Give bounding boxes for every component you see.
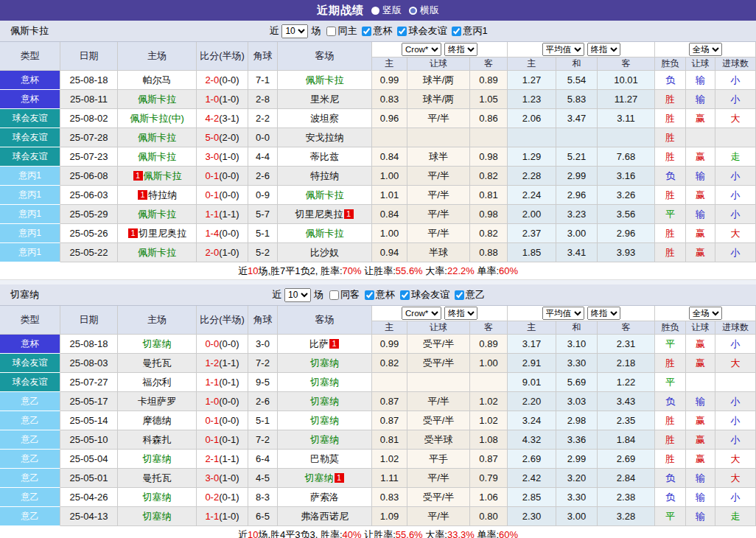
odds-stage-select[interactable]: 终指 <box>444 307 477 320</box>
odds-source-select[interactable]: Crow* <box>402 307 441 320</box>
away-team: 蒂比兹 <box>278 147 372 167</box>
league-filter-1-checkbox[interactable] <box>397 27 407 36</box>
avg-away-odds: 2.84 <box>598 469 655 488</box>
league-filter-0[interactable]: 意杯 <box>359 24 392 38</box>
fulltime-score: 3-0 <box>205 472 219 483</box>
venue-filter-checkbox[interactable] <box>326 27 336 36</box>
summary-segment: 10 <box>248 265 258 276</box>
away-team: 切塞纳 <box>278 411 372 430</box>
handicap-away-odds: 1.06 <box>470 488 508 507</box>
result-outcome: 胜 <box>655 147 686 167</box>
corner-score: 5-7 <box>248 205 278 224</box>
avg-stage-select[interactable]: 终指 <box>587 43 620 56</box>
avg-draw-odds: 3.00 <box>556 224 598 243</box>
venue-filter[interactable]: 同客 <box>326 288 360 301</box>
team-label: 佩斯卡拉 <box>138 151 176 162</box>
team-label: 巴勒莫 <box>310 453 339 464</box>
handicap-line: 球半/两 <box>407 71 470 90</box>
avg-away-odds: 3.93 <box>598 243 655 262</box>
league-filter-2[interactable]: 意乙 <box>452 288 485 301</box>
odds-stage-select[interactable]: 终指 <box>444 43 477 56</box>
result-goals: 大 <box>715 354 756 373</box>
team-label: 切塞纳 <box>143 492 172 503</box>
recent-count-select[interactable]: 10 <box>281 24 308 38</box>
team-label: 佩斯卡拉 <box>306 228 344 239</box>
match-date: 25-08-18 <box>60 335 118 354</box>
corner-score: 6-4 <box>248 450 278 469</box>
result-handicap: 赢 <box>686 354 715 373</box>
result-handicap: 赢 <box>686 335 715 354</box>
venue-filter[interactable]: 同主 <box>323 24 357 38</box>
layout-option-vertical[interactable]: 竖版 <box>371 4 402 17</box>
sub-column-header: 主 <box>372 57 407 71</box>
recent-count-select[interactable]: 10 <box>284 288 311 302</box>
score: 1-4(0-0) <box>197 224 248 243</box>
avg-stage-select[interactable]: 终指 <box>587 307 620 320</box>
result-goals: 走 <box>715 507 756 526</box>
avg-home-odds: 2.30 <box>508 507 556 526</box>
halftime-score: (1-1) <box>219 357 239 368</box>
score: 2-0(1-0) <box>197 243 248 262</box>
halftime-score: (0-1) <box>219 377 239 388</box>
home-team: 佩斯卡拉 <box>118 205 197 224</box>
handicap-line: 受平/半 <box>407 354 470 373</box>
type-badge: 球会友谊 <box>0 147 60 167</box>
red-1-badge: 1 <box>133 171 143 181</box>
home-team: 佩斯卡拉 <box>118 243 197 262</box>
league-filter-2-checkbox[interactable] <box>455 290 464 300</box>
avg-home-odds: 2.85 <box>508 488 556 507</box>
sub-column-header: 和 <box>556 57 598 71</box>
summary-segment: 70% <box>343 265 362 276</box>
home-team: 帕尔马 <box>118 71 197 90</box>
sub-column-header: 主 <box>508 321 556 335</box>
scope-select[interactable]: 全场 <box>689 307 722 320</box>
away-team: 切塞纳 <box>278 354 372 373</box>
league-filter-0-checkbox[interactable] <box>362 27 371 36</box>
handicap-away-odds: 0.89 <box>470 71 508 90</box>
score: 0-1(0-0) <box>197 167 248 186</box>
result-goals <box>715 373 756 392</box>
league-filter-1-checkbox[interactable] <box>400 290 410 300</box>
handicap-away-odds: 1.08 <box>470 430 508 450</box>
avg-home-odds: 2.06 <box>508 109 556 128</box>
handicap-home-odds: 0.87 <box>372 392 407 411</box>
avg-source-select[interactable]: 平均值 <box>542 43 584 56</box>
match-row: 意丙125-06-081佩斯卡拉0-1(0-0)2-6特拉纳1.00平/半0.8… <box>0 167 756 186</box>
league-filter-2-checkbox[interactable] <box>452 27 461 36</box>
team-label: 佩斯卡拉 <box>144 170 182 181</box>
odds-source-select[interactable]: Crow* <box>402 43 441 56</box>
team-label: 切塞纳 <box>143 511 172 522</box>
layout-option-horizontal[interactable]: 横版 <box>409 4 439 17</box>
league-filter-0[interactable]: 意杯 <box>362 288 395 301</box>
venue-filter-checkbox[interactable] <box>329 290 339 300</box>
avg-home-odds: 9.01 <box>508 373 556 392</box>
league-filter-1[interactable]: 球会友谊 <box>394 24 447 38</box>
result-outcome: 胜 <box>655 109 686 128</box>
result-goals: 小 <box>715 90 756 109</box>
league-filter-2-label: 意丙1 <box>463 24 487 38</box>
handicap-line: 半球 <box>407 243 470 262</box>
handicap-away-odds: 0.80 <box>470 507 508 526</box>
result-outcome: 胜 <box>655 224 686 243</box>
score: 0-0(0-0) <box>197 335 248 354</box>
match-date: 25-05-17 <box>60 392 118 411</box>
handicap-away-odds: 0.82 <box>470 224 508 243</box>
halftime-score: (0-0) <box>219 74 239 85</box>
handicap-line: 球半/两 <box>407 90 470 109</box>
league-filter-1[interactable]: 球会友谊 <box>397 288 449 301</box>
handicap-home-odds: 0.87 <box>372 411 407 430</box>
team-label: 特拉纳 <box>148 189 177 200</box>
avg-away-odds: 3.16 <box>598 167 655 186</box>
venue-filter-label: 同客 <box>340 288 360 301</box>
team-label: 佩斯卡拉 <box>138 209 176 220</box>
result-outcome: 胜 <box>655 243 686 262</box>
scope-select[interactable]: 全场 <box>689 43 722 56</box>
avg-source-select[interactable]: 平均值 <box>542 307 584 320</box>
fulltime-score: 1-4 <box>205 228 219 239</box>
league-filter-0-checkbox[interactable] <box>365 290 374 300</box>
team-label: 切塞纳 <box>143 338 172 349</box>
odds-dropdown-group: Crow*终指 <box>372 42 508 57</box>
avg-away-odds: 2.35 <box>598 411 655 430</box>
result-goals: 大 <box>715 224 756 243</box>
league-filter-2[interactable]: 意丙1 <box>449 24 487 38</box>
